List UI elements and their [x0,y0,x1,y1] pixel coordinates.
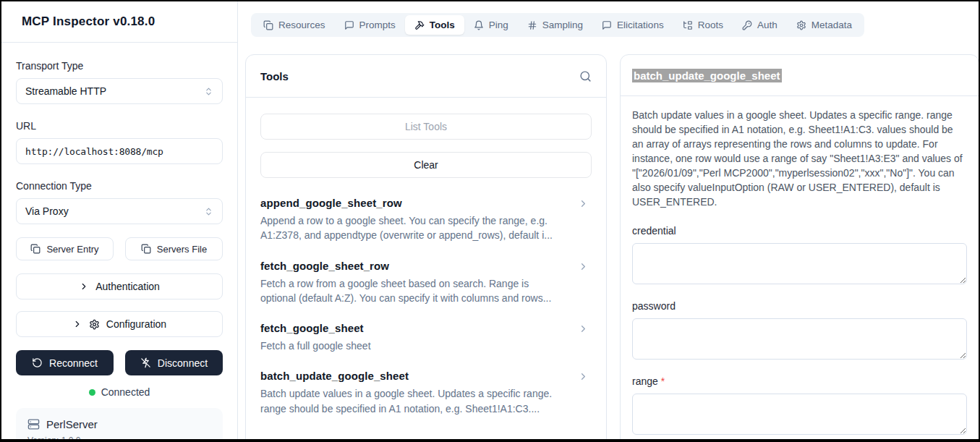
field-group-password: password [632,300,967,362]
reconnect-button[interactable]: Reconnect [16,350,114,375]
tool-description: Fetch a row from a google sheet based on… [260,276,564,306]
tools-panel-body: List Tools Clear append_google_sheet_row… [246,98,606,416]
field-group-range: range* [632,375,967,438]
copy-icon [141,244,151,254]
tab-resources[interactable]: Resources [254,15,335,35]
server-config-buttons: Server Entry Servers File [16,237,223,260]
tab-label: Metadata [811,20,852,30]
tab-label: Roots [698,20,723,30]
connection-type-select[interactable]: Via Proxy [16,198,223,224]
connection-actions: Reconnect Disconnect [16,350,223,375]
server-icon [27,418,40,430]
chevron-right-icon [79,281,89,292]
files-icon [263,20,273,30]
connection-status: Connected [16,386,223,398]
servers-file-button[interactable]: Servers File [125,237,223,260]
password-textarea[interactable] [632,318,967,360]
tool-item-fetch-google-sheet[interactable]: fetch_google_sheet Fetch a full google s… [260,322,592,353]
configuration-toggle[interactable]: Configuration [16,311,223,337]
list-tools-button[interactable]: List Tools [260,114,592,140]
tab-label: Sampling [542,20,583,30]
tab-label: Resources [278,20,325,30]
tab-ping[interactable]: Ping [464,15,518,35]
tools-panel-header: Tools [246,55,606,98]
disconnect-label: Disconnect [158,357,208,369]
tool-description: Fetch a full google sheet [260,339,564,353]
gear-icon [796,20,806,30]
server-info-card: PerlServer Version: 1.0.0 [16,408,223,442]
key-icon [742,20,752,30]
tab-metadata[interactable]: Metadata [787,15,861,35]
range-textarea[interactable] [632,394,967,435]
server-version: Version: 1.0.0 [27,435,211,442]
connection-type-label: Connection Type [16,180,223,192]
transport-type-select[interactable]: Streamable HTTP [16,78,223,104]
tool-item-fetch-google-sheet-row[interactable]: fetch_google_sheet_row Fetch a row from … [260,260,592,306]
tool-detail-header: batch_update_google_sheet [621,55,979,96]
tab-label: Tools [430,20,455,30]
top-tabbar: Resources Prompts Tools Ping Sampling El… [251,13,864,37]
tab-elicitations[interactable]: Elicitations [592,15,673,35]
tab-sampling[interactable]: Sampling [518,15,592,35]
hammer-icon [414,20,425,30]
tools-panel-title: Tools [260,70,289,82]
authentication-toggle[interactable]: Authentication [16,273,223,299]
chevron-right-icon [578,371,589,382]
required-marker: * [661,375,665,387]
url-value: http://localhost:8088/mcp [25,146,163,157]
password-label: password [632,300,967,312]
configuration-label: Configuration [106,318,166,330]
url-input[interactable]: http://localhost:8088/mcp [16,138,223,164]
connection-status-text: Connected [101,386,150,398]
tab-roots[interactable]: Roots [673,15,733,35]
copy-icon [30,244,41,254]
tool-name: fetch_google_sheet [260,322,566,334]
disconnect-button[interactable]: Disconnect [125,350,223,375]
chevrons-up-down-icon [204,87,213,96]
tool-description: Append a row to a google sheet. You can … [260,213,564,243]
tool-name: fetch_google_sheet_row [260,260,566,272]
clear-button[interactable]: Clear [260,152,592,178]
server-name: PerlServer [46,418,98,430]
url-label: URL [16,120,223,132]
tool-description: Batch update values in a google sheet. U… [260,386,564,416]
chevrons-up-down-icon [204,207,213,216]
tool-item-batch-update-google-sheet[interactable]: batch_update_google_sheet Batch update v… [260,370,592,416]
tab-prompts[interactable]: Prompts [335,15,405,35]
tool-name: batch_update_google_sheet [260,370,566,382]
sidebar-header: MCP Inspector v0.18.0 [1,1,237,43]
tool-detail-title: batch_update_google_sheet [632,69,782,82]
tool-list: append_google_sheet_row Append a row to … [260,197,592,416]
chevron-right-icon [578,323,589,334]
credential-textarea[interactable] [632,243,967,284]
rotate-ccw-icon [32,357,43,368]
message-square-icon [344,20,354,30]
gear-icon [89,319,100,330]
range-label-text: range [632,375,658,387]
credential-label: credential [632,225,967,237]
transport-type-label: Transport Type [16,60,223,72]
chevron-right-icon [578,198,589,209]
tab-label: Prompts [359,20,396,30]
tool-detail-description: Batch update values in a google sheet. U… [632,108,967,209]
tool-detail-panel: batch_update_google_sheet Batch update v… [620,54,979,442]
tool-name: append_google_sheet_row [260,197,566,209]
sidebar: MCP Inspector v0.18.0 Transport Type Str… [1,1,238,439]
app-title: MCP Inspector v0.18.0 [22,14,155,29]
message-square-icon [602,20,612,30]
server-entry-button[interactable]: Server Entry [16,237,114,260]
folder-tree-icon [683,20,693,30]
tab-label: Auth [757,20,777,30]
tab-auth[interactable]: Auth [733,15,787,35]
mcp-inspector-window: MCP Inspector v0.18.0 Transport Type Str… [0,0,980,442]
tool-item-append-google-sheet-row[interactable]: append_google_sheet_row Append a row to … [260,197,592,243]
tab-label: Ping [489,20,508,30]
tab-tools[interactable]: Tools [405,15,464,35]
search-icon[interactable] [579,70,592,82]
chevron-right-icon [578,261,589,272]
bell-icon [474,20,484,30]
zap-off-icon [140,357,151,368]
main-area: Resources Prompts Tools Ping Sampling El… [238,1,979,439]
tools-list-panel: Tools List Tools Clear append_google_she… [245,54,607,442]
field-group-credential: credential [632,225,967,287]
